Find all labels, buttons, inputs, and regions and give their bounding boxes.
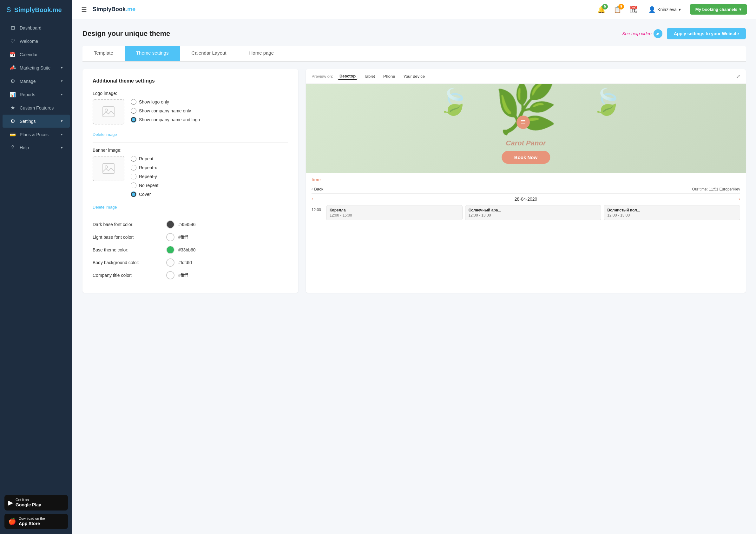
company-title-color-swatch[interactable] bbox=[166, 271, 175, 279]
preview-phone[interactable]: Phone bbox=[381, 73, 397, 79]
welcome-icon: ♡ bbox=[10, 38, 16, 44]
svg-rect-2 bbox=[103, 163, 114, 174]
sidebar-item-settings[interactable]: ⚙ Settings ▾ bbox=[3, 115, 70, 127]
banner-option-repeat[interactable]: Repeat bbox=[131, 156, 158, 162]
preview-time-label: time bbox=[311, 177, 740, 182]
base-theme-color-row: Base theme color: #33bb60 bbox=[93, 246, 288, 254]
chevron-down-icon: ▾ bbox=[61, 119, 63, 123]
tab-calendar-layout[interactable]: Calendar Layout bbox=[180, 46, 238, 61]
schedule-badge[interactable]: 📆 bbox=[630, 6, 638, 13]
banner-option-repeat-x[interactable]: Repeat-x bbox=[131, 165, 158, 171]
light-font-color-swatch[interactable] bbox=[166, 233, 175, 241]
app-store-badge[interactable]: 🍎 Download on the App Store bbox=[4, 514, 68, 529]
plans-icon: 💳 bbox=[10, 131, 16, 137]
sidebar-item-marketing[interactable]: 📣 Marketing Suite ▾ bbox=[3, 61, 70, 74]
slot-2[interactable]: Солнечный ара... 12:00 - 13:00 bbox=[465, 205, 602, 220]
expand-icon[interactable]: ⤢ bbox=[736, 73, 740, 79]
preview-company-name: Carot Panor bbox=[506, 139, 546, 147]
plant-decoration: 🌿 bbox=[494, 84, 558, 137]
preview-back-button[interactable]: ‹ Back bbox=[311, 187, 323, 191]
hamburger-icon[interactable]: ☰ bbox=[81, 6, 87, 13]
chevron-down-icon: ▾ bbox=[61, 79, 63, 83]
sidebar-item-dashboard[interactable]: ⊞ Dashboard bbox=[3, 21, 70, 34]
sidebar-item-custom-features[interactable]: ★ Custom Features bbox=[3, 101, 70, 114]
tab-theme-settings[interactable]: Theme settings bbox=[125, 46, 180, 61]
page-title: Design your unique theme bbox=[83, 30, 170, 38]
banner-image-placeholder[interactable] bbox=[93, 156, 124, 181]
two-column-layout: Additional theme settings Logo image: bbox=[83, 69, 746, 293]
preview-header: Preview on: Desctop Tablet Phone Your de… bbox=[306, 69, 746, 84]
preview-your-device[interactable]: Your device bbox=[402, 73, 427, 79]
repeat-x-radio[interactable] bbox=[131, 165, 136, 171]
logo-image-label: Logo image: bbox=[93, 91, 288, 96]
light-font-color-row: Light base font color: #ffffff bbox=[93, 233, 288, 241]
repeat-y-radio[interactable] bbox=[131, 174, 136, 180]
sidebar-item-help[interactable]: ? Help ▾ bbox=[3, 141, 70, 154]
sidebar-item-reports[interactable]: 📊 Reports ▾ bbox=[3, 88, 70, 101]
svg-point-1 bbox=[105, 109, 108, 111]
body-bg-color-row: Body background color: #fdfdfd bbox=[93, 258, 288, 267]
booking-channels-button[interactable]: My booking channels ▾ bbox=[690, 4, 747, 14]
chevron-down-icon: ▾ bbox=[61, 132, 63, 136]
chevron-down-icon: ▾ bbox=[61, 92, 63, 97]
apply-settings-button[interactable]: Apply settings to your Website bbox=[667, 28, 746, 40]
prev-date-arrow[interactable]: ‹ bbox=[311, 196, 313, 202]
chevron-down-icon: ▾ bbox=[679, 7, 681, 12]
logo-option-name-only[interactable]: Show company name only bbox=[131, 108, 200, 114]
base-theme-color-swatch[interactable] bbox=[166, 246, 175, 254]
preview-time-header: ‹ Back Our time: 11:51 Europe/Kiev bbox=[311, 185, 740, 194]
delete-logo-link[interactable]: Delete image bbox=[93, 132, 117, 137]
preview-book-now-button[interactable]: Book Now bbox=[501, 151, 550, 164]
dark-font-color-swatch[interactable] bbox=[166, 220, 175, 229]
chevron-down-icon: ▾ bbox=[739, 7, 742, 12]
slot-3[interactable]: Волнистый пол... 12:00 - 13:00 bbox=[604, 205, 740, 220]
logo-option-logo-only[interactable]: Show logo only bbox=[131, 99, 200, 105]
logo-only-radio[interactable] bbox=[131, 99, 136, 105]
logo-icon: S bbox=[6, 6, 11, 14]
reports-icon: 📊 bbox=[10, 92, 16, 98]
sidebar-item-welcome[interactable]: ♡ Welcome bbox=[3, 35, 70, 48]
slot-1[interactable]: Корелла 12:00 - 15:00 bbox=[326, 205, 463, 220]
logo-option-name-and-logo[interactable]: Show company name and logo bbox=[131, 117, 200, 123]
name-only-radio[interactable] bbox=[131, 108, 136, 114]
banner-option-cover[interactable]: Cover bbox=[131, 191, 158, 197]
banner-option-no-repeat[interactable]: No repeat bbox=[131, 183, 158, 188]
delete-banner-link[interactable]: Delete image bbox=[93, 205, 117, 210]
banner-option-repeat-y[interactable]: Repeat-y bbox=[131, 174, 158, 180]
next-date-arrow[interactable]: › bbox=[739, 196, 740, 202]
google-play-badge[interactable]: ▶ Get it on Google Play bbox=[4, 495, 68, 510]
name-and-logo-radio[interactable] bbox=[131, 117, 136, 123]
notification-badge[interactable]: 🔔 5 bbox=[597, 6, 605, 13]
svg-rect-0 bbox=[103, 107, 114, 117]
sidebar-footer: ▶ Get it on Google Play 🍎 Download on th… bbox=[0, 490, 72, 534]
preview-date[interactable]: 28-04-2020 bbox=[515, 197, 537, 202]
svg-point-3 bbox=[105, 166, 108, 168]
sidebar-logo[interactable]: S SimplyBook.me bbox=[0, 0, 72, 18]
calendar-badge[interactable]: 📋 9 bbox=[613, 6, 621, 13]
cover-radio[interactable] bbox=[131, 191, 136, 197]
sidebar-item-calendar[interactable]: 📅 Calendar bbox=[3, 48, 70, 61]
tab-template[interactable]: Template bbox=[83, 46, 125, 61]
banner-image-row: Repeat Repeat-x Repeat-y bbox=[93, 156, 288, 197]
preview-time-section: time ‹ Back Our time: 11:51 Europe/Kiev … bbox=[306, 173, 746, 225]
chevron-down-icon: ▾ bbox=[61, 66, 63, 70]
page-content: Design your unique theme See help video … bbox=[72, 19, 756, 534]
logo-image-placeholder[interactable] bbox=[93, 99, 124, 125]
leaf-right: 🍃 bbox=[591, 87, 623, 117]
no-repeat-radio[interactable] bbox=[131, 183, 136, 188]
preview-date-nav: ‹ 28-04-2020 › bbox=[311, 196, 740, 202]
header-logo: SimplyBook.me bbox=[93, 6, 135, 13]
body-bg-color-swatch[interactable] bbox=[166, 258, 175, 267]
help-video-link[interactable]: See help video ▶ bbox=[622, 29, 662, 38]
preview-desktop[interactable]: Desctop bbox=[338, 73, 358, 80]
sidebar-item-manage[interactable]: ⚙ Manage ▾ bbox=[3, 74, 70, 88]
user-menu[interactable]: 👤 Kniazieva ▾ bbox=[648, 6, 681, 13]
sidebar-item-plans-prices[interactable]: 💳 Plans & Prices ▾ bbox=[3, 128, 70, 141]
preview-tablet[interactable]: Tablet bbox=[362, 73, 377, 79]
settings-panel: Additional theme settings Logo image: bbox=[83, 69, 298, 293]
calendar-count: 9 bbox=[618, 4, 624, 10]
repeat-radio[interactable] bbox=[131, 156, 136, 162]
tab-home-page[interactable]: Home page bbox=[238, 46, 285, 61]
banner-image-label: Banner image: bbox=[93, 148, 288, 153]
leaf-left: 🍃 bbox=[438, 87, 470, 117]
